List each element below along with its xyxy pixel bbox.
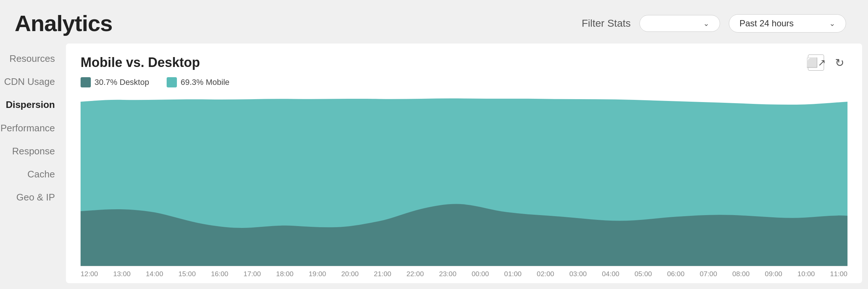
time-label-12: 00:00 xyxy=(472,270,489,278)
time-label-4: 16:00 xyxy=(211,270,229,278)
sidebar-item-cdn-usage[interactable]: CDN Usage xyxy=(0,70,66,93)
filter-stats-dropdown[interactable]: ⌄ xyxy=(639,15,720,32)
time-label-8: 20:00 xyxy=(341,270,359,278)
mobile-swatch xyxy=(167,77,177,87)
chart-legend: 30.7% Desktop 69.3% Mobile xyxy=(81,77,847,87)
time-label-5: 17:00 xyxy=(244,270,261,278)
header-controls: Filter Stats ⌄ Past 24 hours ⌄ xyxy=(582,14,846,33)
export-icon: ⬜↗ xyxy=(806,57,826,68)
sidebar: Resources CDN Usage Dispersion Performan… xyxy=(0,44,66,289)
time-label-19: 07:00 xyxy=(700,270,717,278)
legend-desktop: 30.7% Desktop xyxy=(81,77,149,87)
time-label-14: 02:00 xyxy=(537,270,554,278)
refresh-icon: ↻ xyxy=(835,56,844,69)
sidebar-item-resources[interactable]: Resources xyxy=(0,47,66,70)
time-label-20: 08:00 xyxy=(732,270,750,278)
sidebar-item-performance[interactable]: Performance xyxy=(0,117,66,140)
time-axis: 12:00 13:00 14:00 15:00 16:00 17:00 18:0… xyxy=(81,266,847,283)
time-label-16: 04:00 xyxy=(602,270,620,278)
time-label-21: 09:00 xyxy=(765,270,782,278)
time-label-7: 19:00 xyxy=(309,270,326,278)
time-label-6: 18:00 xyxy=(276,270,294,278)
sidebar-item-response[interactable]: Response xyxy=(0,140,66,163)
time-label-3: 15:00 xyxy=(178,270,196,278)
time-label-13: 01:00 xyxy=(504,270,522,278)
time-range-dropdown[interactable]: Past 24 hours ⌄ xyxy=(729,14,846,33)
time-label-18: 06:00 xyxy=(667,270,685,278)
area-chart-svg xyxy=(81,93,847,266)
page-title: Analytics xyxy=(15,10,112,36)
filter-stats-chevron: ⌄ xyxy=(703,19,709,28)
time-label-1: 13:00 xyxy=(113,270,131,278)
refresh-button[interactable]: ↻ xyxy=(831,55,847,71)
time-label-23: 11:00 xyxy=(830,270,847,278)
chart-title: Mobile vs. Desktop xyxy=(81,55,200,70)
desktop-label: 30.7% Desktop xyxy=(94,78,149,87)
chart-header: Mobile vs. Desktop ⬜↗ ↻ xyxy=(81,55,847,71)
sidebar-item-dispersion[interactable]: Dispersion xyxy=(0,93,66,116)
sidebar-item-geo-ip[interactable]: Geo & IP xyxy=(0,186,66,209)
time-label-11: 23:00 xyxy=(439,270,457,278)
sidebar-item-cache[interactable]: Cache xyxy=(0,163,66,186)
time-label-9: 21:00 xyxy=(374,270,392,278)
filter-stats-label: Filter Stats xyxy=(582,18,631,29)
desktop-swatch xyxy=(81,77,91,87)
main-content: Resources CDN Usage Dispersion Performan… xyxy=(0,44,868,289)
chart-actions: ⬜↗ ↻ xyxy=(808,55,847,71)
header: Analytics Filter Stats ⌄ Past 24 hours ⌄ xyxy=(0,0,868,44)
chart-panel: Mobile vs. Desktop ⬜↗ ↻ 30.7% Desktop xyxy=(66,44,862,283)
time-label-0: 12:00 xyxy=(81,270,98,278)
time-range-chevron: ⌄ xyxy=(829,19,835,28)
time-label-15: 03:00 xyxy=(570,270,587,278)
chart-area xyxy=(81,93,847,266)
time-label-10: 22:00 xyxy=(407,270,424,278)
export-button[interactable]: ⬜↗ xyxy=(808,55,824,71)
time-label-22: 10:00 xyxy=(797,270,815,278)
legend-mobile: 69.3% Mobile xyxy=(167,77,229,87)
mobile-label: 69.3% Mobile xyxy=(181,78,229,87)
time-label-2: 14:00 xyxy=(146,270,163,278)
time-label-17: 05:00 xyxy=(634,270,652,278)
time-range-value: Past 24 hours xyxy=(739,18,794,29)
